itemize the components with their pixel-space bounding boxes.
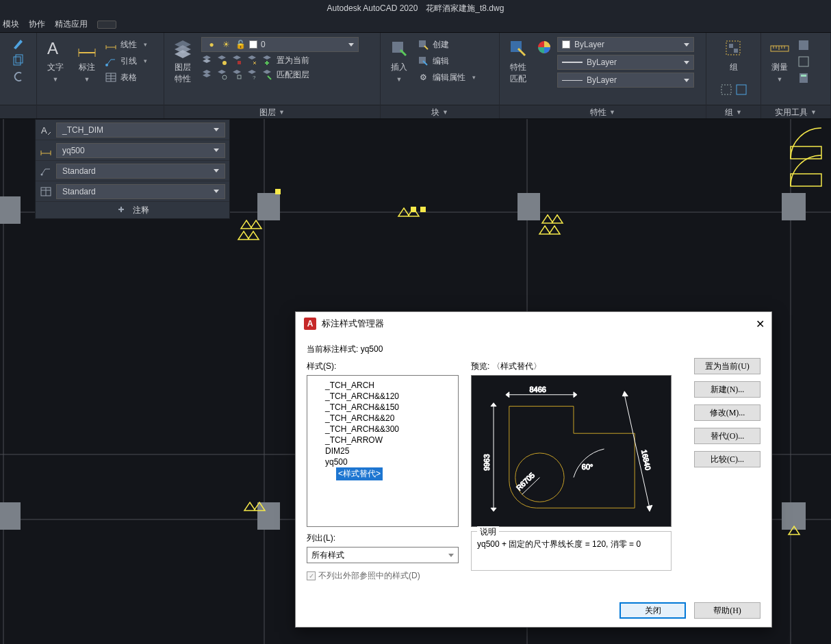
- color-combo[interactable]: ByLayer: [557, 37, 694, 52]
- layer-match-icon[interactable]: [261, 69, 272, 80]
- table-button[interactable]: 表格: [105, 70, 147, 85]
- calculator-icon[interactable]: [798, 73, 809, 83]
- colorwheel-icon[interactable]: [537, 40, 552, 57]
- linear-button[interactable]: 线性▾: [105, 37, 147, 52]
- subset-icon[interactable]: [13, 71, 24, 82]
- style-item[interactable]: _TCH_ARCH&&120: [307, 391, 458, 402]
- linetype-combo[interactable]: ByLayer: [557, 73, 694, 88]
- dimstyle-manager-dialog: A标注样式管理器 ✕ 当前标注样式: yq500 样式(S): _TCH_ARC…: [295, 311, 772, 628]
- tablestyle-row: Standard: [36, 181, 229, 202]
- group-tool-icon[interactable]: [721, 84, 732, 95]
- chevron-down-icon: [214, 190, 219, 193]
- util-icon[interactable]: [798, 40, 809, 51]
- svg-rect-26: [734, 49, 738, 53]
- leader-button[interactable]: 引线▾: [105, 53, 147, 68]
- set-current-button[interactable]: 置为当前(U): [694, 358, 760, 374]
- modify-button[interactable]: 修改(M)...: [694, 404, 760, 421]
- dimstyle-icon: [36, 145, 56, 156]
- mleaderstyle-combo[interactable]: Standard: [56, 164, 225, 179]
- brush-icon[interactable]: [13, 38, 24, 49]
- current-style-label: 当前标注样式: yq500: [307, 344, 760, 355]
- style-item[interactable]: _TCH_ARROW: [307, 435, 458, 446]
- lightbulb-icon: ●: [206, 39, 217, 50]
- exclude-xref-checkbox[interactable]: ✓ 不列出外部参照中的样式(D): [307, 570, 459, 582]
- match-props-button[interactable]: 特性 匹配: [505, 37, 531, 86]
- style-item[interactable]: _TCH_ARCH: [307, 380, 458, 391]
- panel-blocks-title[interactable]: 块 ▼: [381, 105, 499, 118]
- layer-tool-icon[interactable]: [231, 55, 242, 66]
- layer-tool-icon[interactable]: ?: [246, 69, 257, 80]
- layer-tool-icon[interactable]: [216, 69, 227, 80]
- match-layer-label[interactable]: 匹配图层: [277, 69, 309, 81]
- linear-icon: [105, 39, 116, 50]
- listout-select[interactable]: 所有样式: [307, 547, 459, 563]
- layer-tool-icon[interactable]: [231, 69, 242, 80]
- ruler-icon: [769, 38, 790, 59]
- menu-bar: 模块 协作 精选应用: [0, 16, 831, 33]
- compare-button[interactable]: 比较(C)...: [694, 451, 760, 467]
- copy-icon[interactable]: [13, 55, 24, 66]
- style-listbox[interactable]: _TCH_ARCH _TCH_ARCH&&120 _TCH_ARCH&&150 …: [307, 375, 459, 527]
- style-item[interactable]: yq500: [307, 456, 458, 467]
- set-current-label[interactable]: 置为当前: [277, 55, 309, 66]
- layer-tool-icon[interactable]: [216, 55, 227, 66]
- style-item-selected[interactable]: <样式替代>: [336, 467, 383, 480]
- dimension-button[interactable]: 标注 ▼: [74, 37, 100, 84]
- menu-collab[interactable]: 协作: [29, 18, 45, 30]
- dimstyle-combo[interactable]: yq500: [56, 143, 225, 158]
- style-item[interactable]: _TCH_ARCH&&20: [307, 413, 458, 424]
- close-icon[interactable]: ✕: [756, 318, 765, 331]
- group-button[interactable]: 组: [721, 37, 747, 75]
- menu-featured[interactable]: 精选应用: [55, 18, 88, 30]
- lineweight-combo[interactable]: ByLayer: [557, 55, 694, 70]
- checkbox-icon: ✓: [307, 571, 316, 580]
- panel-annotate-title[interactable]: [37, 105, 164, 118]
- svg-rect-0: [14, 57, 21, 65]
- svg-rect-51: [257, 502, 280, 530]
- close-button[interactable]: 关闭: [619, 602, 686, 619]
- style-item[interactable]: DIM25: [307, 446, 458, 456]
- help-button[interactable]: 帮助(H): [694, 602, 760, 619]
- textstyle-combo[interactable]: _TCH_DIM: [56, 123, 225, 138]
- edit-attr-button[interactable]: ⚙编辑属性▾: [418, 70, 476, 85]
- tablestyle-combo[interactable]: Standard: [56, 184, 225, 199]
- override-button[interactable]: 替代(O)...: [694, 428, 760, 444]
- svg-point-14: [222, 61, 227, 65]
- svg-rect-52: [782, 502, 806, 530]
- description-legend: 说明: [477, 526, 499, 538]
- layer-tool-icon[interactable]: [201, 55, 212, 66]
- text-button[interactable]: A 文字 ▼: [42, 37, 68, 84]
- menu-swatch-icon[interactable]: [97, 21, 116, 29]
- app-title: Autodesk AutoCAD 2020 花畔酒家建施_t8.dwg: [327, 3, 504, 13]
- dialog-titlebar[interactable]: A标注样式管理器 ✕: [296, 312, 771, 335]
- menu-module[interactable]: 模块: [3, 18, 19, 30]
- layer-setcurrent-icon[interactable]: [261, 55, 272, 66]
- listout-label: 列出(L):: [307, 532, 459, 544]
- panel-groups-title[interactable]: 组 ▼: [706, 105, 760, 118]
- edit-block-button[interactable]: 编辑: [418, 53, 476, 68]
- svg-point-16: [222, 75, 227, 79]
- description-group: 说明 yq500 + 固定的尺寸界线长度 = 120, 消零 = 0: [471, 531, 672, 571]
- styles-label: 样式(S):: [307, 361, 459, 372]
- panel-utilities-title[interactable]: 实用工具 ▼: [761, 105, 830, 118]
- new-button[interactable]: 新建(N)...: [694, 381, 760, 398]
- pin-icon[interactable]: [116, 205, 129, 216]
- insert-button[interactable]: 插入▼: [386, 37, 412, 84]
- style-item[interactable]: _TCH_ARCH&&150: [307, 402, 458, 413]
- svg-rect-25: [729, 44, 733, 48]
- mleaderstyle-row: Standard: [36, 161, 229, 181]
- util-icon[interactable]: [798, 56, 809, 67]
- panel-groups: 组 组 ▼: [706, 33, 761, 118]
- layer-combo[interactable]: ● ☀ 🔓 0: [201, 37, 359, 52]
- measure-button[interactable]: 测量▼: [767, 37, 793, 84]
- panel-properties-title[interactable]: 特性 ▼: [500, 105, 706, 118]
- svg-text:8466: 8466: [530, 385, 546, 394]
- layer-tool-icon[interactable]: [246, 55, 257, 66]
- group-tool-icon[interactable]: [736, 84, 747, 95]
- layer-properties-button[interactable]: 图层 特性: [170, 37, 196, 86]
- layer-tool-icon[interactable]: [201, 69, 212, 80]
- create-block-button[interactable]: 创建: [418, 37, 476, 52]
- ribbon: A 文字 ▼ 标注 ▼ 线性▾ 引线▾ 表格 图层 特性: [0, 33, 831, 119]
- style-item[interactable]: _TCH_ARCH&&300: [307, 424, 458, 435]
- panel-layers-title[interactable]: 图层 ▼: [164, 105, 380, 118]
